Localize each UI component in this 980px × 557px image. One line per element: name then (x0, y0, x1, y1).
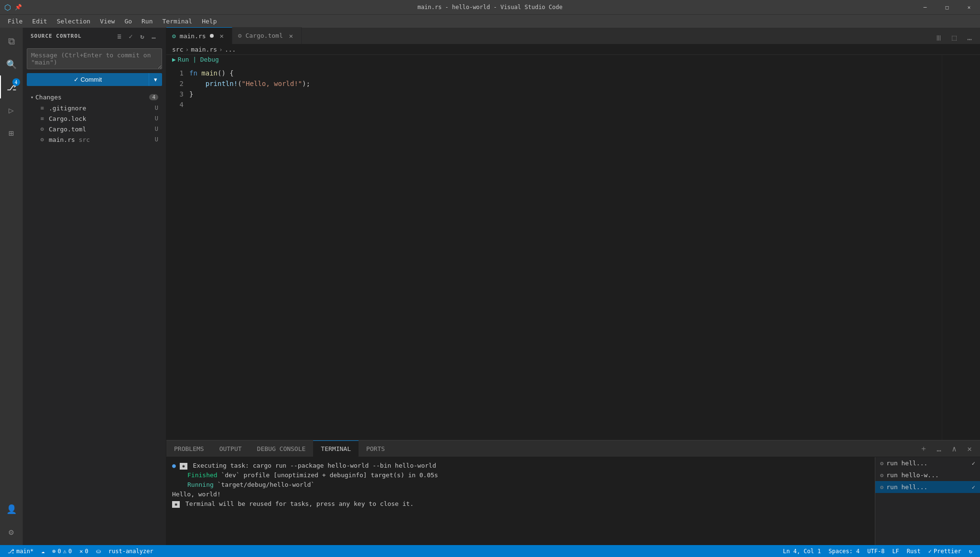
menu-view[interactable]: View (96, 17, 119, 26)
editor-layout-icon[interactable]: ⬚ (947, 31, 961, 44)
status-errors[interactable]: ⊗ 0 ⚠ 0 (48, 545, 76, 557)
menu-go[interactable]: Go (120, 17, 136, 26)
terminal-tab-terminal[interactable]: TERMINAL (313, 440, 359, 457)
file-main-rs-status: U (155, 136, 158, 143)
term-list-icon-2: ⚙ (880, 472, 883, 479)
search-icon: 🔍 (6, 59, 17, 69)
menu-terminal[interactable]: Terminal (159, 17, 196, 26)
menu-file[interactable]: File (4, 17, 26, 26)
tab-main-rs-close[interactable]: ✕ (218, 32, 226, 40)
status-ln-col[interactable]: Ln 4, Col 1 (779, 545, 825, 557)
status-branch[interactable]: ⎇ main* (4, 545, 37, 557)
terminal-tab-debug-console[interactable]: DEBUG CONSOLE (250, 440, 314, 457)
commit-button-row: ✓ Commit ▾ (27, 73, 162, 86)
status-refresh[interactable]: ↻ (965, 545, 976, 557)
sidebar-commit-all-icon[interactable]: ✓ (127, 32, 135, 41)
window-title: main.rs - hello-world - Visual Studio Co… (417, 4, 562, 11)
file-gitignore[interactable]: ≡ .gitignore U (23, 103, 166, 113)
sync-icon: ☁ (41, 548, 44, 555)
status-spaces[interactable]: Spaces: 4 (825, 545, 863, 557)
code-content[interactable]: fn main() { println!("Hello, world!"); } (189, 68, 942, 436)
settings-icon: ⚙ (9, 527, 14, 537)
finished-label: Finished (187, 471, 218, 479)
activity-account[interactable]: 👤 (0, 497, 23, 520)
menu-run[interactable]: Run (138, 17, 156, 26)
terminal-content[interactable]: ● ✱ Executing task: cargo run --package … (166, 457, 875, 545)
file-cargo-toml[interactable]: ⚙ Cargo.toml U (23, 124, 166, 134)
activity-search[interactable]: 🔍 (0, 53, 23, 75)
menu-help[interactable]: Help (198, 17, 220, 26)
sidebar-header-icons: ≡ ✓ ↻ … (115, 32, 158, 41)
maximize-button[interactable]: □ (936, 0, 958, 14)
commit-button[interactable]: ✓ Commit (27, 73, 149, 86)
terminal-more-icon[interactable]: … (932, 442, 946, 455)
status-eol[interactable]: LF (888, 545, 903, 557)
terminal-tab-output[interactable]: OUTPUT (212, 440, 250, 457)
running-label: Running (187, 481, 214, 488)
terminal-add-icon[interactable]: ＋ (917, 442, 930, 455)
tab-main-rs-label: main.rs (180, 32, 206, 40)
split-editor-icon[interactable]: ⫼ (932, 31, 946, 44)
terminal-tab-ports[interactable]: PORTS (359, 440, 392, 457)
breadcrumb-dots[interactable]: ... (225, 46, 236, 53)
status-info[interactable]: ✕ 0 (76, 545, 92, 557)
status-encoding[interactable]: UTF-8 (863, 545, 888, 557)
explorer-icon: ⧉ (8, 35, 15, 47)
tab-cargo-toml-close[interactable]: ✕ (287, 32, 295, 40)
activity-settings[interactable]: ⚙ (0, 520, 23, 543)
tab-cargo-toml[interactable]: ⚙ Cargo.toml ✕ (232, 27, 302, 44)
terminal-finished-line: Finished `dev` profile [unoptimized + de… (187, 471, 869, 480)
file-main-rs[interactable]: ⚙ main.rs src U (23, 134, 166, 145)
activity-run-debug[interactable]: ▷ (0, 98, 23, 121)
app-icon: ⬡ (4, 3, 11, 11)
commit-dropdown-button[interactable]: ▾ (149, 73, 162, 86)
terminal-list-item-1[interactable]: ⚙ run hell... ✓ (875, 457, 980, 469)
terminal-list-item-2[interactable]: ⚙ run hello-w... (875, 469, 980, 481)
changes-header[interactable]: ▾ Changes 4 (23, 92, 166, 103)
terminal-task-line: ● ✱ Executing task: cargo run --package … (172, 461, 869, 471)
close-button[interactable]: ✕ (958, 0, 980, 14)
branch-icon: ⎇ (8, 548, 14, 555)
sidebar-view-icon[interactable]: ≡ (115, 32, 124, 41)
terminal-list-item-3[interactable]: ⚙ run hell... ✓ (875, 481, 980, 493)
editor-area: ⚙ main.rs ✕ ⚙ Cargo.toml ✕ ⫼ ⬚ … (166, 28, 980, 545)
tab-bar: ⚙ main.rs ✕ ⚙ Cargo.toml ✕ ⫼ ⬚ … (166, 28, 980, 44)
editor-main: ▶ Run | Debug 1 2 3 4 fn main() { printl… (166, 55, 942, 440)
terminal-actions: ＋ … ∧ ✕ (913, 442, 980, 455)
tab-main-rs[interactable]: ⚙ main.rs ✕ (166, 27, 232, 44)
sidebar: SOURCE CONTROL ≡ ✓ ↻ … ✓ Commit ▾ ▾ Chan… (23, 28, 166, 545)
statusbar: ⎇ main* ☁ ⊗ 0 ⚠ 0 ✕ 0 ⛀ rust-analyzer Ln… (0, 545, 980, 557)
sidebar-more-icon[interactable]: … (150, 32, 158, 41)
terminal-close-icon[interactable]: ✕ (963, 442, 976, 455)
terminal-tab-problems[interactable]: PROBLEMS (166, 440, 212, 457)
status-debug[interactable]: ⛀ (92, 545, 105, 557)
term-list-icon-3: ⚙ (880, 484, 883, 491)
activity-explorer[interactable]: ⧉ (0, 30, 23, 53)
breadcrumb-main-rs[interactable]: main.rs (191, 46, 217, 53)
menu-edit[interactable]: Edit (28, 17, 51, 26)
line-num-1: 1 (166, 68, 184, 78)
debug-icon: ⛀ (96, 548, 101, 555)
sidebar-refresh-icon[interactable]: ↻ (138, 32, 147, 41)
status-sync[interactable]: ☁ (37, 545, 48, 557)
line-num-3: 3 (166, 89, 184, 99)
status-prettier[interactable]: ✓ Prettier (925, 545, 965, 557)
status-language[interactable]: Rust (903, 545, 925, 557)
commit-message-input[interactable] (27, 48, 162, 69)
breadcrumb-src[interactable]: src (172, 46, 183, 53)
activity-source-control[interactable]: ⎇ 4 (0, 75, 23, 98)
run-debug-button[interactable]: ▶ Run | Debug (172, 56, 219, 63)
file-cargo-lock[interactable]: ≡ Cargo.lock U (23, 113, 166, 124)
minimize-button[interactable]: ─ (914, 0, 936, 14)
sidebar-title: SOURCE CONTROL (31, 33, 82, 39)
source-control-badge: 4 (12, 78, 20, 86)
editor-more-icon[interactable]: … (963, 31, 976, 44)
status-rust-analyzer[interactable]: rust-analyzer (105, 545, 157, 557)
refresh-icon: ↻ (969, 548, 972, 555)
terminal-panel: PROBLEMS OUTPUT DEBUG CONSOLE TERMINAL P… (166, 440, 980, 545)
menu-selection[interactable]: Selection (53, 17, 94, 26)
file-cargo-toml-icon: ⚙ (38, 125, 46, 133)
titlebar: ⬡ 📌 main.rs - hello-world - Visual Studi… (0, 0, 980, 14)
activity-extensions[interactable]: ⊞ (0, 121, 23, 144)
terminal-maximize-icon[interactable]: ∧ (947, 442, 961, 455)
